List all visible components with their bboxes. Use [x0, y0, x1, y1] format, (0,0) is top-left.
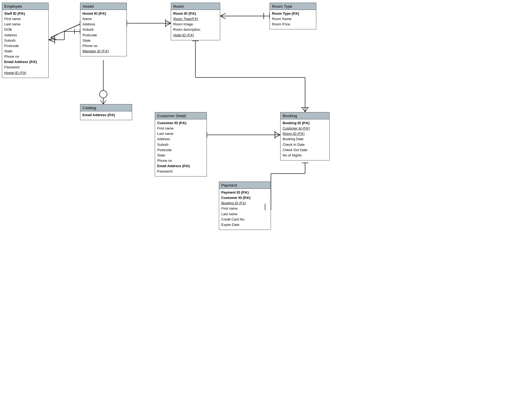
field: Hostel ID (F.k) [4, 70, 46, 76]
field: Room Image [173, 22, 218, 27]
entity-customerdetail-title: Customer Detail [155, 112, 207, 119]
entity-catalog-title: Catalog [80, 104, 132, 111]
field: Postcode [4, 43, 46, 49]
svg-line-39 [275, 135, 280, 138]
entity-roomtype-title: Room Type [270, 3, 316, 10]
field: Manager ID (F.K) [82, 49, 124, 54]
field: Phone no [82, 43, 124, 49]
field: Expire Date [221, 222, 269, 227]
svg-line-8 [49, 37, 55, 40]
field: Booking ID (P.K) [283, 120, 327, 126]
field: Payment ID (P.K) [221, 190, 269, 195]
field: Postcode [82, 33, 124, 38]
field: Hostel ID (P.K) [82, 11, 124, 16]
entity-hostel-title: Hostel [80, 3, 127, 10]
entity-payment-title: Payment [219, 182, 271, 189]
svg-line-28 [220, 16, 226, 19]
svg-point-15 [100, 91, 107, 98]
svg-line-18 [103, 100, 106, 104]
field: Email Address (P.K) [157, 163, 204, 169]
svg-line-4 [51, 24, 80, 37]
field: Room Type(F.K) [173, 16, 218, 22]
entity-roomtype: Room Type Room Type (P.K) Room Name Room… [270, 3, 316, 29]
field: No of Nights [283, 153, 327, 158]
field: Booking ID (F.k) [221, 201, 269, 206]
entity-employee: Employee Staff ID (P.K) First name Last … [2, 3, 49, 78]
entity-booking: Booking Booking ID (P.K) Customer Id (F.… [280, 112, 330, 160]
field: Address [82, 22, 124, 27]
field: First name [221, 206, 269, 211]
svg-line-2 [51, 37, 57, 40]
field: Address [4, 33, 46, 38]
field: Name [82, 16, 124, 22]
field: Staff ID (P.K) [4, 11, 46, 16]
field: Last name [221, 211, 269, 217]
field: Credit Card No [221, 217, 269, 222]
svg-line-34 [305, 108, 308, 112]
field: Password [157, 169, 204, 174]
field: Customer Id (F.K) [283, 126, 327, 131]
entity-room-title: Room [171, 3, 220, 10]
field: Room Type (P.K) [272, 11, 314, 16]
field: State [157, 153, 204, 158]
field: Check In Date [283, 142, 327, 147]
field: Email Address (P.K) [4, 59, 46, 65]
field: State [82, 38, 124, 43]
field: Room Price [272, 22, 314, 27]
entity-booking-title: Booking [281, 112, 329, 119]
field: DOB [4, 27, 46, 32]
entity-payment: Payment Payment ID (P.K) Customer ID (P.… [219, 182, 271, 230]
entity-hostel: Hostel Hostel ID (P.K) Name Address Subu… [80, 3, 127, 56]
field: Room description [173, 27, 218, 32]
field: Phone no [4, 54, 46, 59]
field: Suburb [157, 142, 204, 147]
field: Check Out Date [283, 147, 327, 153]
field: Email Address (P.K) [82, 112, 130, 118]
field: First name [157, 126, 204, 131]
svg-line-0 [51, 24, 80, 37]
field: Last name [4, 22, 46, 27]
entity-room: Room Room ID (P.K) Room Type(F.K) Room I… [171, 3, 220, 40]
svg-line-1 [51, 35, 57, 37]
field: Customer ID (P.K) [221, 195, 269, 201]
svg-line-22 [165, 23, 171, 26]
field: Address [157, 136, 204, 142]
svg-line-27 [220, 13, 226, 16]
field: Booking Date [283, 136, 327, 142]
svg-line-17 [100, 100, 103, 104]
svg-line-21 [165, 21, 171, 23]
entity-customerdetail: Customer Detail Customer ID (P.K) First … [155, 112, 207, 176]
entity-employee-title: Employee [2, 3, 48, 10]
entity-catalog: Catalog Email Address (P.K) [80, 104, 132, 120]
field: Suburb [82, 27, 124, 32]
svg-line-9 [49, 40, 55, 42]
field: Hotel ID (F.K) [173, 33, 218, 38]
field: Phone no [157, 158, 204, 163]
field: Password [4, 65, 46, 70]
field: Last name [157, 131, 204, 136]
field: Room ID (P.K) [173, 11, 218, 16]
field: Customer ID (P.K) [157, 120, 204, 126]
field: First name [4, 16, 46, 22]
field: Suburb [4, 38, 46, 43]
field: State [4, 49, 46, 54]
svg-line-38 [275, 132, 280, 135]
field: Postcode [157, 147, 204, 153]
field: Room Name [272, 16, 314, 22]
svg-line-33 [302, 108, 305, 112]
field: Room ID (F.K) [283, 131, 327, 136]
